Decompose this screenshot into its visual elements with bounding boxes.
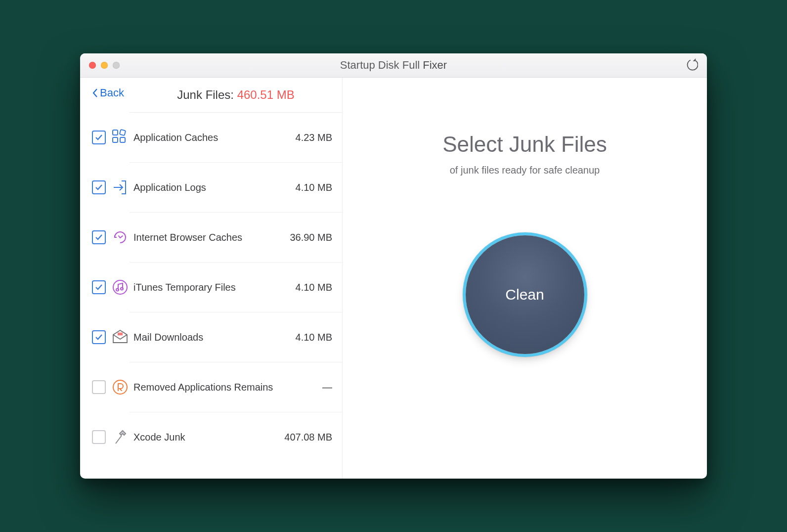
itunes-icon (112, 279, 129, 296)
category-checkbox[interactable] (92, 280, 106, 294)
browser-icon (112, 229, 129, 246)
category-row[interactable]: Application Caches4.23 MB (130, 113, 342, 163)
category-label: Removed Applications Remains (130, 382, 322, 393)
registry-icon (112, 379, 129, 396)
category-row[interactable]: Application Logs4.10 MB (130, 163, 342, 213)
clean-button-label: Clean (505, 286, 544, 303)
category-row[interactable]: iTunes Temporary Files4.10 MB (130, 263, 342, 312)
apps-icon (112, 129, 129, 146)
category-size: 4.10 MB (296, 282, 342, 293)
svg-point-7 (121, 288, 123, 290)
sidebar-header: Back Junk Files: 460.51 MB (130, 78, 342, 113)
category-row[interactable]: Removed Applications Remains— (130, 362, 342, 412)
mail-icon (112, 329, 129, 346)
category-checkbox[interactable] (92, 180, 106, 194)
category-label: Internet Browser Caches (130, 232, 290, 243)
window-minimize-button[interactable] (101, 62, 108, 69)
window-close-button[interactable] (89, 62, 96, 69)
category-row[interactable]: Mail Downloads4.10 MB (130, 312, 342, 362)
main-pane: Select Junk Files of junk files ready fo… (343, 78, 707, 479)
category-label: Application Caches (130, 132, 296, 143)
svg-point-6 (116, 289, 119, 291)
main-heading: Select Junk Files (442, 132, 607, 157)
login-icon (112, 179, 129, 196)
category-size: 4.10 MB (296, 182, 342, 193)
category-list: Application Caches4.23 MBApplication Log… (80, 113, 342, 479)
svg-rect-3 (120, 137, 125, 142)
category-size: 36.90 MB (290, 232, 342, 243)
sidebar-title: Junk Files: 460.51 MB (130, 88, 342, 102)
category-size: — (322, 382, 342, 393)
window-title-prefix: Startup Disk Full (340, 59, 423, 71)
category-label: Application Logs (130, 182, 296, 193)
category-checkbox[interactable] (92, 430, 106, 444)
svg-point-5 (113, 280, 127, 294)
category-size: 407.08 MB (284, 432, 342, 443)
clean-button[interactable]: Clean (466, 235, 584, 354)
svg-rect-0 (113, 130, 118, 135)
window-title-bold: Fixer (423, 59, 447, 71)
category-checkbox[interactable] (92, 230, 106, 244)
category-label: Xcode Junk (130, 432, 284, 443)
back-label: Back (100, 87, 124, 99)
window-title: Startup Disk Full Fixer (80, 59, 707, 72)
category-label: iTunes Temporary Files (130, 282, 296, 293)
category-row[interactable]: Xcode Junk407.08 MB (130, 412, 342, 462)
category-checkbox[interactable] (92, 380, 106, 394)
refresh-button[interactable] (684, 58, 698, 72)
svg-point-11 (113, 380, 127, 394)
window-zoom-button[interactable] (113, 62, 120, 69)
svg-rect-1 (120, 130, 126, 135)
category-label: Mail Downloads (130, 332, 296, 343)
category-checkbox[interactable] (92, 131, 106, 144)
category-size: 4.23 MB (296, 132, 342, 143)
main-subheading: of junk files ready for safe cleanup (450, 165, 600, 176)
app-window: Startup Disk Full Fixer Back Junk Files:… (80, 53, 707, 479)
svg-rect-2 (113, 137, 118, 142)
category-size: 4.10 MB (296, 332, 342, 343)
back-button[interactable]: Back (92, 87, 124, 99)
titlebar: Startup Disk Full Fixer (80, 53, 707, 78)
sidebar-title-size: 460.51 MB (237, 88, 295, 101)
category-checkbox[interactable] (92, 330, 106, 344)
sidebar-title-label: Junk Files: (177, 88, 237, 101)
hammer-icon (112, 429, 129, 445)
sidebar: Back Junk Files: 460.51 MB Application C… (80, 78, 343, 479)
category-row[interactable]: Internet Browser Caches36.90 MB (130, 213, 342, 263)
